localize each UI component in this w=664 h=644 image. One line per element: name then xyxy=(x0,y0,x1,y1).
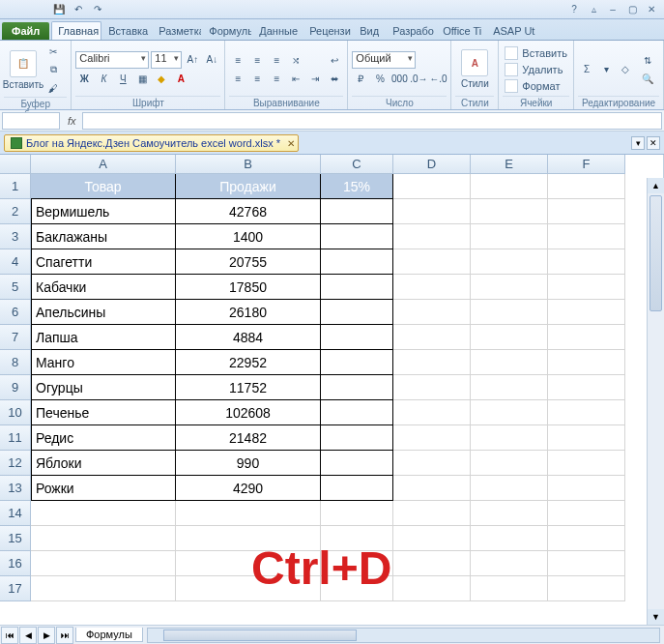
horizontal-scrollbar[interactable] xyxy=(147,628,660,643)
cell[interactable] xyxy=(548,501,625,526)
sheet-nav-first-icon[interactable]: ⏮ xyxy=(1,627,18,644)
align-middle-icon[interactable]: ≡ xyxy=(248,51,266,69)
column-header[interactable]: A xyxy=(31,155,176,174)
cell[interactable] xyxy=(548,350,625,375)
cell[interactable] xyxy=(176,501,321,526)
font-name-combo[interactable]: Calibri xyxy=(75,51,149,69)
sheet-nav-next-icon[interactable]: ▶ xyxy=(38,627,55,644)
tab-layout[interactable]: Разметка xyxy=(152,21,202,40)
row-header[interactable]: 10 xyxy=(0,400,31,425)
cell[interactable] xyxy=(321,476,393,501)
orientation-icon[interactable]: ⤭ xyxy=(287,51,304,69)
undo-icon[interactable]: ↶ xyxy=(72,2,85,15)
wrap-text-icon[interactable]: ↩ xyxy=(326,51,343,69)
cell[interactable]: Печенье xyxy=(31,400,176,425)
cell[interactable] xyxy=(321,375,393,400)
row-header[interactable]: 9 xyxy=(0,375,31,400)
row-header[interactable]: 16 xyxy=(0,551,31,576)
row-header[interactable]: 15 xyxy=(0,526,31,551)
fx-icon[interactable]: fx xyxy=(62,115,82,127)
cell[interactable] xyxy=(321,400,393,425)
row-header[interactable]: 3 xyxy=(0,224,31,249)
format-cells-button[interactable]: Формат xyxy=(503,78,569,94)
cell[interactable]: Вермишель xyxy=(31,199,176,224)
cell[interactable] xyxy=(393,476,471,501)
cell[interactable]: 4884 xyxy=(176,325,321,350)
decrease-font-icon[interactable]: A↓ xyxy=(203,51,220,69)
cell[interactable] xyxy=(321,451,393,476)
row-header[interactable]: 5 xyxy=(0,275,31,300)
cell[interactable]: Лапша xyxy=(31,325,176,350)
cell[interactable] xyxy=(471,451,548,476)
cell[interactable] xyxy=(321,425,393,451)
tab-formulas[interactable]: Формулы xyxy=(202,21,252,40)
scroll-up-icon[interactable]: ▲ xyxy=(648,178,664,193)
cell[interactable]: 20755 xyxy=(176,249,321,275)
spreadsheet-grid[interactable]: ABCDEF 1234567891011121314151617 ТоварПр… xyxy=(0,155,664,619)
italic-icon[interactable]: К xyxy=(95,71,112,88)
border-icon[interactable]: ▦ xyxy=(133,71,151,88)
cell[interactable] xyxy=(548,224,625,249)
number-format-combo[interactable]: Общий xyxy=(352,51,416,69)
cell[interactable] xyxy=(393,451,471,476)
cell[interactable] xyxy=(393,224,471,249)
cell[interactable] xyxy=(548,375,625,400)
indent-decrease-icon[interactable]: ⇤ xyxy=(287,70,304,87)
cell[interactable]: 102608 xyxy=(176,400,321,425)
save-icon[interactable]: 💾 xyxy=(52,2,66,15)
cell[interactable] xyxy=(393,350,471,375)
comma-icon[interactable]: 000 xyxy=(390,70,408,87)
row-header[interactable]: 12 xyxy=(0,451,31,476)
font-size-combo[interactable]: 11 xyxy=(151,51,182,69)
percent-icon[interactable]: % xyxy=(371,70,389,87)
cell[interactable] xyxy=(393,425,471,451)
select-all-corner[interactable] xyxy=(0,155,31,174)
workbook-close-icon[interactable]: ✕ xyxy=(287,138,295,149)
sort-filter-icon[interactable]: ⇅ xyxy=(636,51,659,69)
row-header[interactable]: 14 xyxy=(0,501,31,526)
column-header[interactable]: E xyxy=(471,155,548,174)
cell[interactable] xyxy=(321,325,393,350)
cell[interactable] xyxy=(393,174,471,199)
cell[interactable]: 21482 xyxy=(176,425,321,451)
formula-input[interactable] xyxy=(82,112,662,130)
cell[interactable] xyxy=(393,551,471,576)
column-header[interactable]: D xyxy=(393,155,471,174)
row-header[interactable]: 8 xyxy=(0,350,31,375)
cell[interactable]: 11752 xyxy=(176,375,321,400)
row-header[interactable]: 13 xyxy=(0,476,31,501)
cell[interactable] xyxy=(31,501,176,526)
fill-icon[interactable]: ▾ xyxy=(597,61,615,78)
cell[interactable] xyxy=(471,199,548,224)
name-box[interactable] xyxy=(2,112,60,130)
column-header[interactable]: F xyxy=(548,155,625,174)
cell[interactable] xyxy=(471,275,548,300)
copy-icon[interactable]: ⧉ xyxy=(44,61,62,78)
cell[interactable] xyxy=(471,224,548,249)
wb-dropdown-icon[interactable]: ▾ xyxy=(631,136,645,150)
cell[interactable]: Яблоки xyxy=(31,451,176,476)
cell[interactable] xyxy=(548,576,625,601)
tab-asap[interactable]: ASAP Ut xyxy=(486,21,536,40)
row-header[interactable]: 1 xyxy=(0,174,31,199)
cell[interactable]: Спагетти xyxy=(31,249,176,275)
cell[interactable] xyxy=(548,551,625,576)
cell[interactable] xyxy=(393,199,471,224)
cell[interactable] xyxy=(393,375,471,400)
increase-decimal-icon[interactable]: .0→ xyxy=(410,70,427,87)
cell[interactable] xyxy=(471,249,548,275)
cells-area[interactable]: ТоварПродажи15%Вермишель42768Баклажаны14… xyxy=(31,174,625,601)
cell[interactable]: Продажи xyxy=(176,174,321,199)
row-header[interactable]: 4 xyxy=(0,249,31,275)
underline-icon[interactable]: Ч xyxy=(114,71,131,88)
cell[interactable] xyxy=(321,501,393,526)
cell[interactable] xyxy=(471,300,548,325)
row-header[interactable]: 2 xyxy=(0,199,31,224)
styles-button[interactable]: A Стили xyxy=(455,43,494,96)
cell[interactable] xyxy=(393,526,471,551)
cell[interactable] xyxy=(548,174,625,199)
cell[interactable] xyxy=(548,425,625,451)
file-tab[interactable]: Файл xyxy=(2,22,49,40)
currency-icon[interactable]: ₽ xyxy=(352,70,369,87)
cell[interactable] xyxy=(321,300,393,325)
